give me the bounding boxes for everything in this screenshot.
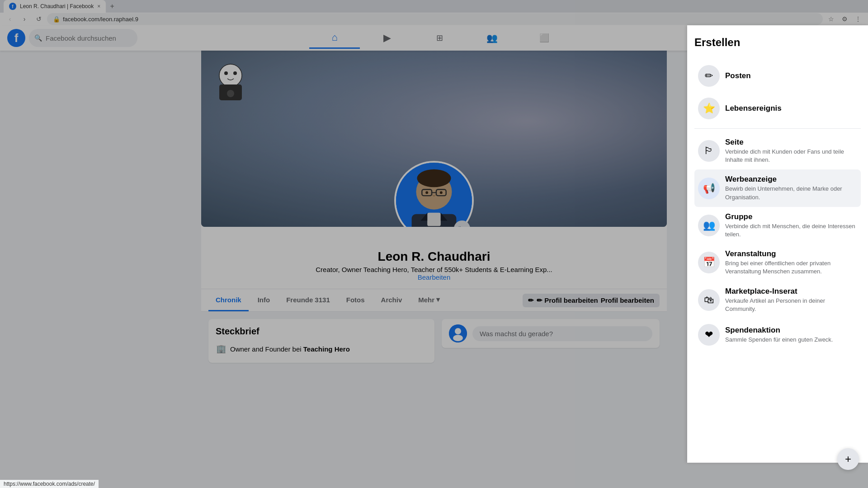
posten-title: Posten [725, 71, 857, 80]
main-layout: 📷 Leon R. Chaudhari Creator, Owner Teach… [0, 51, 868, 473]
create-item-veranstaltung[interactable]: 📅 Veranstaltung Bring bei einer öffentli… [694, 244, 861, 281]
veranstaltung-title: Veranstaltung [725, 249, 857, 258]
create-item-werbeanzeige[interactable]: 📢 Werbeanzeige Bewirb dein Unternehmen, … [694, 169, 861, 206]
seite-icon: 🏳 [698, 140, 720, 162]
gruppe-icon: 👥 [698, 215, 720, 236]
lebensereignis-icon: ⭐ [698, 98, 720, 119]
spendenaktion-desc: Sammle Spenden für einen guten Zweck. [725, 336, 857, 344]
marketplace-title: Marketplace-Inserat [725, 287, 857, 296]
create-item-gruppe[interactable]: 👥 Gruppe Verbinde dich mit Menschen, die… [694, 207, 861, 244]
seite-desc: Verbinde dich mit Kunden oder Fans und t… [725, 148, 857, 164]
create-item-marketplace[interactable]: 🛍 Marketplace-Inserat Verkaufe Artikel a… [694, 282, 861, 319]
create-item-posten[interactable]: ✏ Posten [694, 60, 861, 92]
menu-divider-1 [694, 128, 861, 129]
marketplace-icon: 🛍 [698, 289, 720, 311]
werbeanzeige-title: Werbeanzeige [725, 175, 857, 184]
create-menu: Erstellen ✏ Posten ⭐ Lebensereignis 🏳 Se… [687, 51, 868, 463]
create-menu-title: Erstellen [694, 51, 861, 52]
status-url: https://www.facebook.com/ads/create/ [4, 481, 95, 487]
gruppe-desc: Verbinde dich mit Menschen, die deine In… [725, 222, 857, 239]
gruppe-title: Gruppe [725, 212, 857, 221]
lebensereignis-title: Lebensereignis [725, 104, 857, 113]
browser-status-bar: https://www.facebook.com/ads/create/ [0, 480, 99, 488]
create-item-lebensereignis[interactable]: ⭐ Lebensereignis [694, 92, 861, 125]
werbeanzeige-icon: 📢 [698, 178, 720, 199]
veranstaltung-desc: Bring bei einer öffentlichen oder privat… [725, 259, 857, 276]
spendenaktion-title: Spendenaktion [725, 326, 857, 335]
spendenaktion-icon: ❤ [698, 324, 720, 346]
posten-icon: ✏ [698, 65, 720, 87]
create-item-spendenaktion[interactable]: ❤ Spendenaktion Sammle Spenden für einen… [694, 319, 861, 351]
create-item-seite[interactable]: 🏳 Seite Verbinde dich mit Kunden oder Fa… [694, 132, 861, 169]
veranstaltung-icon: 📅 [698, 252, 720, 273]
werbeanzeige-desc: Bewirb dein Unternehmen, deine Marke ode… [725, 185, 857, 201]
fab-button[interactable]: + [837, 448, 859, 470]
seite-title: Seite [725, 138, 857, 147]
marketplace-desc: Verkaufe Artikel an Personen in deiner C… [725, 297, 857, 313]
